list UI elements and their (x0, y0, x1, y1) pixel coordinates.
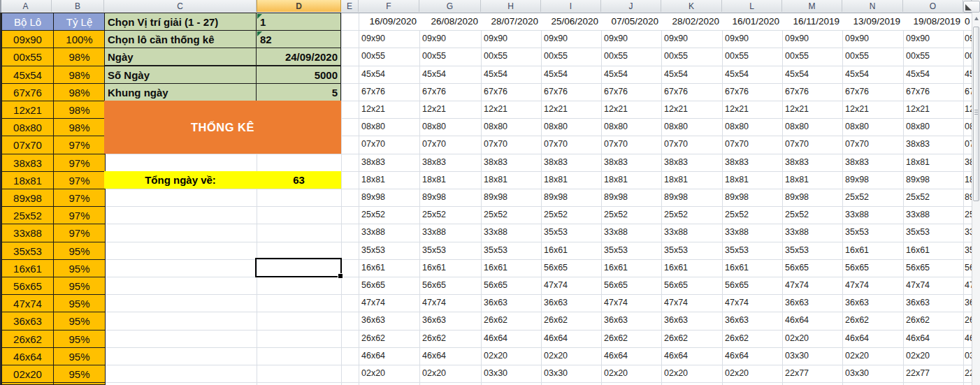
grid-cell[interactable]: 08x80 (361, 118, 417, 136)
column-header-d[interactable]: D (257, 0, 341, 12)
grid-cell[interactable]: 16x61 (906, 242, 960, 259)
grid-cell[interactable]: 45x54 (664, 66, 719, 83)
date-header-cell[interactable]: 19/08/2019 (905, 13, 960, 30)
grid-cell[interactable]: 33x88 (664, 224, 719, 241)
grid-cell[interactable]: 08x80 (544, 118, 598, 136)
grid-cell[interactable]: 47x74 (664, 294, 719, 312)
grid-cell[interactable]: 02x20 (845, 347, 900, 365)
grid-cell[interactable]: 36x63 (422, 312, 478, 329)
date-header-cell-partial[interactable]: 0 (965, 13, 972, 30)
fill-handle[interactable] (338, 273, 343, 279)
grid-cell[interactable]: 08x80 (484, 118, 538, 136)
ratio-cell[interactable]: 98% (53, 101, 106, 119)
grid-cell[interactable]: 35x53 (422, 242, 478, 259)
lotto-set-cell[interactable]: 56x65 (1, 277, 54, 295)
grid-cell[interactable]: 09x90 (484, 30, 538, 48)
grid-cell-partial[interactable]: 22 (965, 365, 972, 382)
grid-cell[interactable]: 36x63 (785, 294, 840, 312)
grid-cell[interactable]: 35x53 (664, 242, 719, 259)
grid-cell[interactable]: 46x64 (725, 347, 779, 365)
grid-cell[interactable]: 56x65 (845, 259, 900, 277)
form-value-day-count[interactable]: 5000 (256, 66, 341, 84)
grid-cell[interactable]: 46x64 (422, 347, 478, 365)
column-header-g[interactable]: G (419, 0, 481, 12)
date-header-cell[interactable]: 16/09/2020 (361, 13, 417, 30)
column-header-e[interactable]: E (341, 0, 359, 12)
date-header-cell[interactable]: 13/09/2019 (844, 13, 900, 30)
grid-cell[interactable]: 25x52 (604, 206, 658, 224)
grid-cell[interactable]: 67x76 (664, 83, 719, 101)
grid-cell[interactable]: 45x54 (422, 66, 478, 83)
grid-cell[interactable]: 07x70 (664, 136, 719, 153)
grid-cell[interactable]: 26x62 (544, 312, 598, 329)
grid-cell-partial[interactable]: 26 (965, 312, 972, 329)
ratio-cell[interactable]: 95% (53, 312, 106, 330)
grid-cell[interactable]: 56x65 (544, 259, 598, 277)
grid-cell-partial[interactable]: 35 (965, 242, 972, 259)
grid-cell-partial[interactable]: 33 (965, 224, 972, 241)
grid-cell[interactable]: 18x81 (785, 171, 840, 189)
lotto-set-cell[interactable]: 09x90 (1, 30, 54, 48)
grid-cell[interactable]: 00x55 (484, 48, 538, 65)
grid-cell[interactable]: 36x63 (361, 312, 417, 329)
lotto-set-cell[interactable]: 38x83 (1, 154, 54, 172)
scrollbar-corner-button[interactable] (963, 1, 980, 13)
grid-cell[interactable]: 00x55 (845, 48, 900, 65)
grid-cell[interactable]: 36x63 (604, 312, 658, 329)
grid-cell[interactable]: 00x55 (785, 48, 840, 65)
grid-cell[interactable]: 67x76 (725, 83, 779, 101)
grid-cell-partial[interactable]: 00 (965, 48, 972, 65)
ratio-cell[interactable]: 97% (53, 224, 106, 242)
grid-cell[interactable]: 36x63 (544, 294, 598, 312)
grid-cell[interactable]: 38x83 (484, 154, 538, 171)
grid-cell[interactable]: 22x77 (906, 365, 960, 382)
date-header-cell[interactable]: 16/11/2019 (784, 13, 840, 30)
lotto-set-cell[interactable]: 47x74 (1, 294, 54, 312)
grid-cell[interactable]: 18x81 (544, 171, 598, 189)
lotto-set-cell[interactable]: 89x98 (1, 189, 54, 207)
grid-cell[interactable]: 25x52 (725, 206, 779, 224)
ratio-cell[interactable]: 97% (53, 136, 106, 154)
grid-cell[interactable]: 07x70 (785, 136, 840, 153)
grid-cell-partial[interactable]: 03 (965, 347, 972, 365)
grid-cell[interactable]: 36x63 (845, 294, 900, 312)
grid-cell[interactable]: 38x83 (544, 154, 598, 171)
grid-cell[interactable]: 46x64 (785, 312, 840, 329)
grid-cell[interactable]: 46x64 (845, 330, 900, 347)
grid-cell[interactable]: 38x83 (422, 154, 478, 171)
grid-cell[interactable]: 00x55 (906, 48, 960, 65)
grid-cell[interactable]: 26x62 (664, 330, 719, 347)
grid-cell-partial[interactable]: 46 (965, 330, 972, 347)
grid-cell-partial[interactable]: 25 (965, 206, 972, 224)
scroll-up-button[interactable] (973, 13, 979, 24)
grid-cell[interactable]: 47x74 (422, 294, 478, 312)
grid-cell[interactable]: 02x20 (906, 347, 960, 365)
grid-cell[interactable]: 18x81 (664, 171, 719, 189)
grid-cell[interactable]: 67x76 (544, 83, 598, 101)
ratio-cell[interactable]: 95% (53, 330, 106, 348)
grid-cell[interactable]: 18x81 (725, 171, 779, 189)
grid-cell[interactable]: 26x62 (361, 330, 417, 347)
grid-cell[interactable]: 12x21 (604, 101, 658, 118)
grid-cell[interactable]: 12x21 (664, 101, 719, 118)
grid-cell[interactable]: 18x81 (484, 171, 538, 189)
grid-cell[interactable]: 12x21 (544, 101, 598, 118)
lotto-set-cell[interactable]: 35x53 (1, 242, 54, 260)
grid-cell[interactable]: 67x76 (422, 83, 478, 101)
grid-cell[interactable]: 56x65 (664, 277, 719, 294)
lotto-set-cell[interactable]: 18x81 (1, 171, 54, 189)
grid-cell[interactable]: 02x20 (422, 365, 478, 382)
grid-cell[interactable]: 89x98 (845, 171, 900, 189)
column-header-i[interactable]: I (541, 0, 601, 12)
grid-cell[interactable]: 89x98 (484, 189, 538, 206)
grid-cell[interactable]: 46x64 (906, 330, 960, 347)
grid-cell[interactable]: 22x77 (785, 365, 840, 382)
grid-cell[interactable]: 45x54 (361, 66, 417, 83)
grid-cell[interactable]: 03x30 (845, 365, 900, 382)
ratio-cell[interactable]: 95% (53, 242, 106, 260)
date-header-cell[interactable]: 28/02/2020 (663, 13, 719, 30)
grid-cell[interactable]: 08x80 (785, 118, 840, 136)
grid-cell[interactable]: 07x70 (725, 136, 779, 153)
grid-cell[interactable]: 89x98 (785, 189, 840, 206)
column-header-b[interactable]: B (52, 0, 104, 12)
